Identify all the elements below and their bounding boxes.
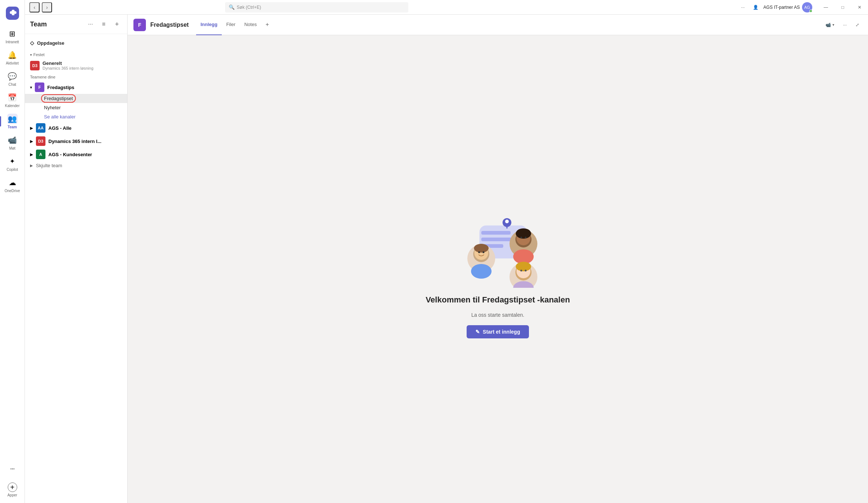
nav-more[interactable]: ··· (0, 460, 25, 477)
start-post-label: Start et innlegg (483, 329, 520, 335)
minimize-button[interactable]: — (817, 0, 834, 15)
team-fredagstips-row[interactable]: ▾ F Fredagstips (25, 81, 127, 94)
nav-intranett[interactable]: ⊞ Intranett (0, 26, 25, 47)
title-bar: ‹ › 🔍 Søk (Ctrl+E) ··· 👤 AGS IT-partner … (25, 0, 868, 15)
team-fredagstips-name: Fredagstips (47, 85, 74, 90)
sidebar-title: Team (30, 21, 82, 28)
discovery-button[interactable]: ◇ Oppdagelse (25, 37, 127, 49)
tab-filer[interactable]: Filer (222, 15, 240, 35)
window-controls: — □ ✕ (817, 0, 868, 15)
mot-icon: 📹 (7, 135, 18, 145)
search-bar[interactable]: 🔍 Søk (Ctrl+E) (225, 2, 408, 12)
dynamics-icon: D3 (36, 136, 45, 146)
expand-button[interactable]: ⤢ (853, 21, 862, 29)
pinned-generelt-name: Generelt (43, 60, 93, 66)
sidebar-more-button[interactable]: ··· (85, 19, 96, 29)
team-dynamics-row[interactable]: ▶ D3 Dynamics 365 intern l... (25, 135, 127, 148)
nav-team[interactable]: 👥 Team (0, 111, 25, 132)
nav-kalender[interactable]: 📅 Kalender (0, 89, 25, 111)
nav-chat[interactable]: 💬 Chat (0, 68, 25, 89)
sidebar-content: ◇ Oppdagelse ▾ Festet D3 Generelt Dynami… (25, 34, 127, 503)
channel-header: F Fredagstipset Innlegg Filer Notes + 📹 … (128, 15, 868, 35)
people-button[interactable]: 👤 (750, 3, 761, 11)
teams-logo (6, 7, 19, 20)
tab-notes[interactable]: Notes (240, 15, 261, 35)
maximize-button[interactable]: □ (834, 0, 851, 15)
sidebar: Team ··· ≡ + ◇ Oppdagelse ▾ Festet D3 Ge… (25, 15, 128, 503)
channel-header-actions: 📹 ▾ ··· ⤢ (823, 21, 862, 29)
back-button[interactable]: ‹ (29, 2, 40, 12)
svg-point-12 (483, 252, 485, 253)
welcome-illustration: 📎 (446, 200, 549, 288)
nav-copilot[interactable]: ✦ Copilot (0, 153, 25, 175)
close-button[interactable]: ✕ (851, 0, 868, 15)
aktivitet-icon: 🔔 (7, 50, 18, 60)
icon-bar: ⊞ Intranett 🔔 Aktivitet 💬 Chat 📅 Kalende… (0, 0, 25, 503)
team-ags-alle-row[interactable]: ▶ AA AGS - Alle (25, 121, 127, 135)
nav-label-kalender: Kalender (5, 104, 19, 108)
user-info: AGS IT-partner AS AG (764, 2, 812, 12)
nav-aktivitet[interactable]: 🔔 Aktivitet (0, 47, 25, 68)
sidebar-header: Team ··· ≡ + (25, 15, 127, 34)
svg-point-24 (516, 262, 531, 271)
discovery-label: Oppdagelse (37, 40, 64, 46)
online-status (809, 10, 812, 12)
nav-label-mot: Møt (9, 146, 15, 150)
hidden-chevron-icon: ▶ (30, 164, 33, 168)
tab-innlegg[interactable]: Innlegg (196, 15, 222, 35)
pinned-chevron-icon: ▾ (30, 53, 32, 57)
user-name: AGS IT-partner AS (764, 5, 800, 10)
video-call-button[interactable]: 📹 ▾ (823, 21, 837, 29)
channel-fredagstipset-label: Fredagstipset (44, 96, 73, 101)
add-tab-button[interactable]: + (261, 15, 273, 35)
team-chevron-down-icon: ▾ (30, 85, 32, 89)
welcome-area: 📎 (128, 35, 868, 503)
channel-fredagstipset[interactable]: Fredagstipset (25, 94, 127, 103)
team-ags-kundesenter-name: AGS - Kundesenter (48, 152, 92, 157)
svg-point-10 (474, 244, 489, 253)
svg-point-25 (521, 270, 522, 272)
nav-label-aktivitet: Aktivitet (6, 61, 19, 65)
team-ags-kundesenter-row[interactable]: ▶ A AGS - Kundesenter (25, 148, 127, 161)
main-wrapper: Team ··· ≡ + ◇ Oppdagelse ▾ Festet D3 Ge… (25, 15, 868, 503)
generelt-icon: D3 (30, 61, 40, 70)
team-ags-alle-name: AGS - Alle (48, 125, 71, 131)
pinned-generelt-info: Generelt Dynamics 365 intern løsning (43, 60, 93, 70)
channel-more-button[interactable]: ··· (840, 21, 850, 29)
team-dynamics-name: Dynamics 365 intern l... (48, 139, 102, 144)
pinned-generelt-item[interactable]: D3 Generelt Dynamics 365 intern løsning (25, 58, 127, 73)
see-all-channels-link[interactable]: Se alle kanaler (25, 112, 127, 121)
nav-label-team: Team (8, 125, 17, 129)
team-icon: 👥 (7, 114, 18, 124)
teams-logo-area (0, 3, 25, 26)
kalender-icon: 📅 (7, 92, 18, 103)
onedrive-icon: ☁ (7, 177, 18, 188)
svg-point-17 (516, 228, 531, 239)
channel-nyheter[interactable]: Nyheter (25, 103, 127, 112)
svg-point-19 (525, 237, 527, 239)
svg-point-18 (521, 237, 522, 239)
channel-nyheter-label: Nyheter (44, 105, 61, 110)
start-post-button[interactable]: ✎ Start et innlegg (467, 325, 529, 338)
channel-header-icon: F (133, 19, 146, 31)
welcome-title: Velkommen til Fredagstipset -kanalen (426, 295, 570, 305)
forward-button[interactable]: › (42, 2, 52, 12)
my-teams-label: Teamene dine (30, 75, 55, 79)
my-teams-section-label: Teamene dine (25, 73, 127, 81)
chat-icon: 💬 (7, 71, 18, 81)
more-icon: ··· (7, 463, 18, 474)
avatar[interactable]: AG (802, 2, 812, 12)
sidebar-add-button[interactable]: + (112, 19, 122, 29)
more-button[interactable]: ··· (738, 3, 748, 11)
pinned-label: Festet (33, 52, 45, 57)
nav-mot[interactable]: 📹 Møt (0, 132, 25, 153)
hidden-teams-row[interactable]: ▶ Skjulte team (25, 161, 127, 170)
start-post-icon: ✎ (475, 329, 480, 335)
search-icon: 🔍 (229, 4, 235, 10)
svg-point-26 (525, 270, 527, 272)
video-icon: 📹 (825, 22, 831, 27)
intranett-icon: ⊞ (7, 29, 18, 39)
nav-apper[interactable]: + Apper (0, 480, 25, 500)
sidebar-filter-button[interactable]: ≡ (99, 19, 109, 29)
nav-onedrive[interactable]: ☁ OneDrive (0, 175, 25, 196)
